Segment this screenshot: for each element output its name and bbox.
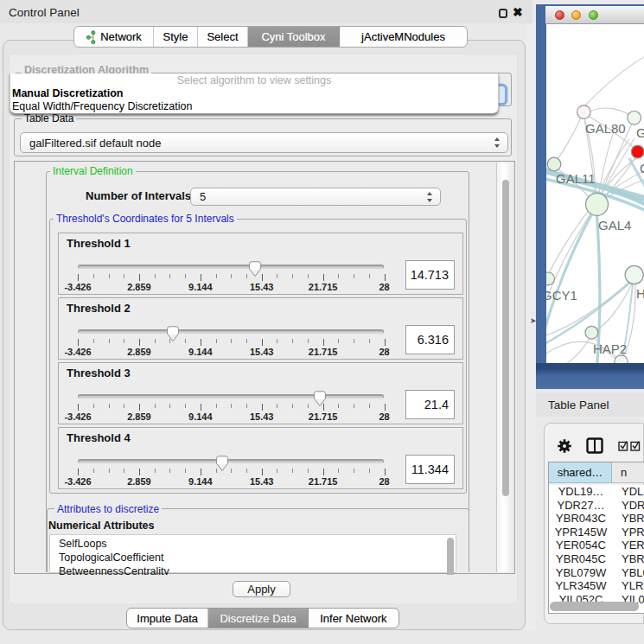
svg-text:GAL11: GAL11 xyxy=(556,171,596,186)
svg-text:H: H xyxy=(636,286,644,301)
svg-text:GAL80: GAL80 xyxy=(585,121,626,136)
svg-text:GCY1: GCY1 xyxy=(546,288,577,303)
svg-text:GAL4: GAL4 xyxy=(598,218,631,233)
svg-text:C: C xyxy=(640,161,644,175)
svg-text:GA: GA xyxy=(636,125,644,140)
svg-text:HAP2: HAP2 xyxy=(593,341,627,356)
